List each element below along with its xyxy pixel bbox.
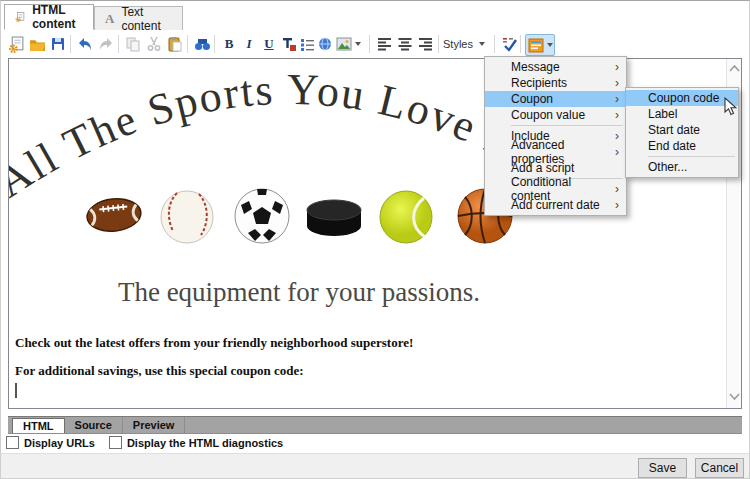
redo-button[interactable] [96, 33, 116, 55]
menu-item-conditional-content[interactable]: Conditional content [485, 181, 626, 197]
options-row: Display URLs Display the HTML diagnostic… [6, 436, 283, 449]
insert-field-menu: Message Recipients Coupon Coupon value I… [484, 56, 627, 216]
align-center-button[interactable] [395, 33, 415, 55]
view-tab-preview[interactable]: Preview [123, 417, 186, 433]
display-diagnostics-checkbox[interactable] [109, 436, 122, 449]
submenu-item-other[interactable]: Other... [626, 159, 738, 175]
hockey-puck-icon [304, 197, 364, 241]
link-globe-icon [317, 36, 333, 52]
email-editor-window: HTML content A Text content [0, 0, 750, 479]
font-color-icon [281, 36, 297, 52]
save-button[interactable]: Save [638, 458, 687, 478]
italic-button[interactable]: I [239, 33, 259, 55]
image-icon [336, 37, 352, 51]
menu-separator [511, 125, 623, 126]
text-caret [15, 383, 17, 398]
copy-button[interactable] [123, 33, 143, 55]
submenu-item-end-date[interactable]: End date [626, 138, 738, 154]
menu-item-add-a-script[interactable]: Add a script [485, 160, 626, 176]
submenu-arrow-icon [615, 60, 619, 74]
bullet-list-button[interactable] [297, 33, 317, 55]
find-button[interactable] [192, 33, 212, 55]
image-dropdown-arrow-icon [355, 42, 361, 46]
display-diagnostics-label: Display the HTML diagnostics [127, 437, 283, 449]
american-football-icon [85, 193, 143, 237]
undo-icon [77, 36, 93, 52]
editor-toolbar: B I U [1, 31, 750, 57]
tab-html-content[interactable]: HTML content [4, 4, 94, 30]
font-color-button[interactable] [279, 33, 299, 55]
coupon-submenu: Coupon code Label Start date End date Ot… [625, 87, 739, 178]
paste-button[interactable] [165, 33, 185, 55]
align-right-icon [417, 37, 433, 51]
styles-dropdown-arrow-icon [479, 42, 485, 46]
scroll-up-icon[interactable] [729, 65, 740, 72]
footer-bar: Save Cancel [1, 453, 750, 479]
align-left-button[interactable] [375, 33, 395, 55]
menu-item-coupon-value[interactable]: Coupon value [485, 107, 626, 123]
align-right-button[interactable] [415, 33, 435, 55]
bold-label: B [225, 36, 234, 52]
html-content-icon [15, 9, 25, 25]
email-paragraph-2: For additional savings, use this special… [15, 363, 304, 379]
view-mode-strip: HTML Source Preview [8, 416, 742, 434]
tab-text-content-label: Text content [121, 5, 172, 33]
align-center-icon [397, 37, 413, 51]
underline-label: U [264, 36, 273, 52]
align-left-icon [377, 37, 393, 51]
italic-label: I [246, 36, 251, 52]
binoculars-icon [194, 36, 211, 52]
cancel-button[interactable]: Cancel [695, 458, 744, 478]
text-content-icon: A [105, 11, 114, 27]
paste-icon [167, 36, 183, 52]
menu-separator [648, 156, 735, 157]
undo-button[interactable] [75, 33, 95, 55]
save-toolbar-button[interactable] [48, 33, 68, 55]
menu-item-advanced-properties[interactable]: Advanced properties [485, 144, 626, 160]
email-paragraph-1: Check out the latest offers from your fr… [15, 335, 413, 351]
insert-image-button[interactable] [333, 33, 363, 55]
tennis-ball-icon [378, 189, 434, 245]
submenu-arrow-icon [615, 76, 619, 90]
save-icon [50, 36, 66, 52]
merge-field-dropdown-arrow-icon [547, 43, 553, 47]
document-gear-icon [8, 36, 25, 53]
styles-dropdown[interactable]: Styles [443, 34, 487, 54]
view-tab-source[interactable]: Source [65, 417, 123, 433]
insert-merge-field-button[interactable] [525, 34, 555, 56]
menu-item-add-current-date[interactable]: Add current date [485, 197, 626, 213]
underline-button[interactable]: U [259, 33, 279, 55]
copy-icon [125, 36, 141, 52]
submenu-arrow-icon [615, 129, 619, 143]
menu-item-message[interactable]: Message [485, 59, 626, 75]
redo-icon [98, 36, 114, 52]
submenu-arrow-icon [615, 108, 619, 122]
hyperlink-button[interactable] [315, 33, 335, 55]
cut-button[interactable] [144, 33, 164, 55]
mouse-cursor-icon [724, 97, 737, 116]
scroll-down-icon[interactable] [729, 393, 740, 400]
open-button[interactable] [27, 33, 47, 55]
submenu-item-label[interactable]: Label [626, 106, 738, 122]
display-urls-label: Display URLs [24, 437, 95, 449]
view-tab-html[interactable]: HTML [12, 418, 65, 433]
baseball-icon [159, 189, 215, 245]
bullet-list-icon [299, 36, 315, 52]
submenu-item-start-date[interactable]: Start date [626, 122, 738, 138]
cut-icon [146, 36, 162, 52]
bold-button[interactable]: B [219, 33, 239, 55]
tab-text-content[interactable]: A Text content [94, 6, 183, 30]
open-folder-icon [29, 36, 46, 53]
submenu-item-coupon-code[interactable]: Coupon code [626, 90, 738, 106]
display-urls-checkbox[interactable] [6, 436, 19, 449]
new-template-button[interactable] [6, 33, 26, 55]
menu-item-recipients[interactable]: Recipients [485, 75, 626, 91]
tab-html-content-label: HTML content [32, 3, 83, 31]
spellcheck-button[interactable] [499, 33, 519, 55]
menu-item-coupon[interactable]: Coupon [485, 91, 626, 107]
styles-label: Styles [443, 38, 473, 50]
submenu-arrow-icon [615, 92, 619, 106]
email-tagline: The equipment for your passions. [9, 277, 589, 308]
merge-field-icon [528, 38, 544, 53]
soccer-ball-icon [233, 187, 291, 245]
